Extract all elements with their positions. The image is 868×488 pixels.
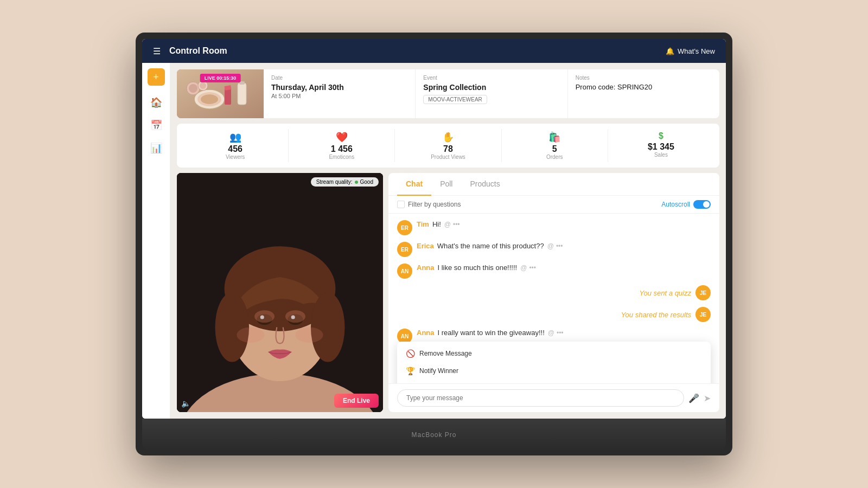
message-actions-1: @ ••• [444, 221, 460, 228]
message-content-3: Anna I like so much this one!!!!! @ ••• [417, 264, 711, 272]
hamburger-icon[interactable]: ☰ [153, 46, 161, 56]
sidebar-calendar-icon[interactable]: 📅 [150, 119, 162, 131]
end-live-button[interactable]: End Live [334, 394, 379, 408]
system-avatar-quizz: JE [695, 285, 711, 300]
message-actions-2: @ ••• [547, 242, 563, 250]
top-nav: ☰ Control Room 🔔 What's New [142, 39, 726, 63]
event-value: Spring Collection [423, 83, 559, 92]
viewers-icon: 👥 [182, 131, 288, 143]
system-msg-quizz-text: You sent a quizz [640, 289, 691, 297]
svg-point-29 [295, 328, 323, 343]
send-icon[interactable]: ➤ [704, 393, 711, 403]
chat-tabs: Chat Poll Products [388, 173, 719, 196]
chat-input[interactable] [397, 389, 684, 407]
avatar-er-1: ER [397, 220, 412, 235]
tab-poll[interactable]: Poll [431, 173, 461, 196]
stat-sales: $ $1 345 Sales [608, 129, 714, 162]
quality-dot [355, 181, 358, 184]
remove-message-label: Remove Message [419, 350, 472, 357]
username-tim: Tim [417, 220, 429, 228]
laptop-frame: ☰ Control Room 🔔 What's New + 🏠 📅 📊 [136, 33, 732, 455]
at-icon-anna[interactable]: @ [548, 329, 554, 337]
stat-viewers: 👥 456 Viewers [182, 129, 289, 162]
message-actions-anna: @ ••• [548, 329, 564, 337]
svg-point-20 [215, 293, 250, 362]
system-message-results: You shared the results JE [397, 307, 711, 322]
anna-giveaway-section: AN Anna I really want to win the giveawa… [397, 329, 711, 383]
event-card: Event Spring Collection MOOV-ACTIVEWEAR [416, 69, 567, 118]
toggle-knob [703, 201, 710, 208]
system-message-quizz: You sent a quizz JE [397, 285, 711, 300]
main-content: + 🏠 📅 📊 [142, 63, 726, 419]
at-icon-2[interactable]: @ [547, 242, 554, 250]
sales-label: Sales [608, 152, 714, 158]
more-icon-2[interactable]: ••• [556, 242, 563, 250]
remove-message-item[interactable]: 🚫 Remove Message [397, 345, 711, 362]
svg-point-10 [200, 82, 206, 89]
message-text-tim: Hi! [432, 220, 441, 228]
chat-message-tim: ER Tim Hi! @ ••• [397, 220, 711, 235]
date-card: Date Thursday, April 30th At 5:00 PM [264, 69, 416, 118]
toggle-switch[interactable] [693, 200, 711, 209]
filter-checkbox-area: Filter by questions [397, 201, 461, 208]
orders-label: Orders [502, 154, 608, 160]
message-text-erica: What's the name of this product?? [437, 242, 544, 250]
chat-panel: Chat Poll Products Filter by questions [388, 173, 719, 412]
volume-icon[interactable]: 🔈 [181, 399, 190, 408]
date-label: Date [271, 75, 407, 81]
emoticons-value: 1 456 [289, 144, 394, 154]
autoscroll-label: Autoscroll [661, 201, 690, 208]
autoscroll-toggle[interactable]: Autoscroll [661, 200, 711, 209]
username-anna-2: Anna [417, 329, 435, 337]
message-content-anna-giveaway: Anna I really want to win the giveaway!!… [417, 329, 711, 337]
notify-winner-item[interactable]: 🏆 Notify Winner [397, 362, 711, 380]
product-views-icon: ✋ [395, 131, 501, 143]
event-label: Event [423, 75, 559, 81]
username-anna-1: Anna [417, 264, 435, 272]
remove-message-icon: 🚫 [406, 349, 415, 358]
stat-emoticons: ❤️ 1 456 Emoticons [289, 129, 395, 162]
stat-orders: 🛍️ 5 Orders [502, 129, 608, 162]
date-value: Thursday, April 30th [271, 83, 407, 92]
more-icon-anna[interactable]: ••• [557, 329, 564, 337]
sidebar-add-button[interactable]: + [148, 68, 165, 86]
notify-winner-label: Notify Winner [419, 367, 458, 375]
sidebar-home-icon[interactable]: 🏠 [150, 97, 162, 108]
stream-quality-bar: Stream quality: Good [311, 177, 379, 187]
bottom-section: Stream quality: Good 🔈 End Live [177, 173, 719, 412]
message-text-anna-1: I like so much this one!!!!! [438, 264, 518, 272]
filter-checkbox[interactable] [397, 201, 405, 208]
filter-label: Filter by questions [408, 201, 461, 208]
quality-status: Good [360, 179, 373, 185]
at-icon-1[interactable]: @ [444, 221, 451, 228]
more-icon-1[interactable]: ••• [453, 221, 460, 228]
system-msg-results-text: You shared the results [621, 311, 691, 319]
product-views-value: 78 [395, 144, 501, 154]
mic-icon[interactable]: 🎤 [688, 393, 699, 403]
chat-message-anna-1: AN Anna I like so much this one!!!!! @ •… [397, 264, 711, 279]
laptop-model-label: MacBook Pro [411, 431, 456, 439]
nav-right: 🔔 What's New [666, 47, 715, 55]
sales-value: $1 345 [608, 142, 714, 152]
message-content-1: Tim Hi! @ ••• [417, 220, 711, 228]
sales-icon: $ [608, 131, 714, 141]
app-title: Control Room [169, 46, 227, 56]
at-icon-3[interactable]: @ [520, 264, 527, 272]
viewers-label: Viewers [182, 154, 288, 160]
app-container: ☰ Control Room 🔔 What's New + 🏠 📅 📊 [142, 39, 726, 419]
whats-new-label[interactable]: What's New [678, 47, 715, 55]
quality-label: Stream quality: [316, 179, 353, 185]
message-actions-3: @ ••• [520, 264, 536, 272]
svg-point-26 [254, 310, 275, 323]
chat-message-erica: ER Erica What's the name of this product… [397, 242, 711, 257]
chat-input-area: 🎤 ➤ [388, 383, 719, 412]
tab-chat[interactable]: Chat [397, 173, 431, 196]
sidebar: + 🏠 📅 📊 [142, 63, 170, 419]
date-sub: At 5:00 PM [271, 93, 407, 99]
sidebar-analytics-icon[interactable]: 📊 [150, 142, 162, 154]
laptop-screen: ☰ Control Room 🔔 What's New + 🏠 📅 📊 [142, 39, 726, 419]
more-icon-3[interactable]: ••• [529, 264, 536, 272]
orders-value: 5 [502, 144, 608, 154]
ban-user-item[interactable]: 👤 Ban User [397, 380, 711, 383]
tab-products[interactable]: Products [461, 173, 508, 196]
